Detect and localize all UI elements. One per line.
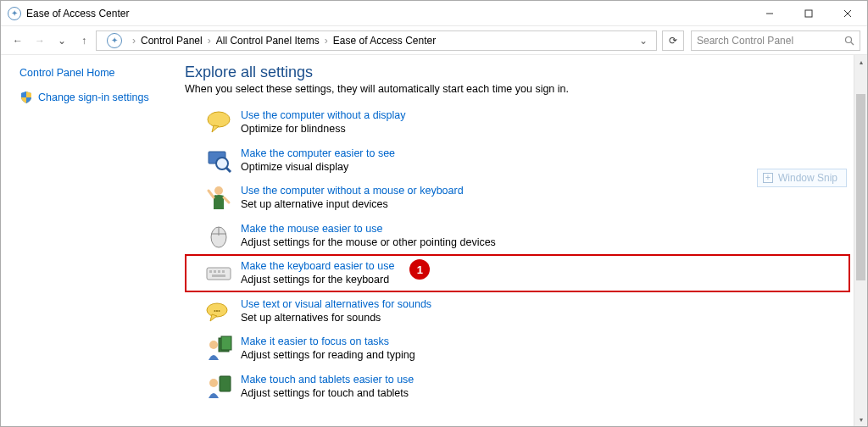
option-focus-tasks[interactable]: Make it easier to focus on tasks Adjust … [185, 330, 850, 368]
svg-point-8 [216, 158, 228, 169]
back-button[interactable]: ← [8, 30, 28, 51]
option-desc: Adjust settings for touch and tablets [241, 386, 414, 400]
option-no-mouse-keyboard[interactable]: Use the computer without a mouse or keyb… [185, 179, 850, 217]
option-link: Make it easier to focus on tasks [241, 335, 415, 348]
search-placeholder: Search Control Panel [697, 35, 793, 47]
svg-line-11 [209, 191, 214, 197]
scroll-up-icon[interactable]: ▴ [854, 55, 867, 69]
annotation-badge: 1 [409, 259, 430, 280]
svg-rect-19 [218, 270, 220, 273]
ease-of-access-icon: ✦ [107, 33, 122, 48]
svg-rect-16 [207, 268, 231, 280]
person-docs-icon [205, 335, 232, 362]
option-no-display[interactable]: Use the computer without a display Optim… [185, 103, 850, 141]
svg-rect-20 [222, 270, 225, 273]
svg-line-9 [226, 168, 231, 172]
titlebar: ✦ Ease of Access Center [1, 1, 867, 26]
option-desc: Set up alternative input devices [241, 197, 464, 211]
search-input[interactable]: Search Control Panel [691, 30, 860, 51]
breadcrumb[interactable]: ✦ › Control Panel › All Control Panel It… [96, 30, 657, 51]
crumb-all-items[interactable]: All Control Panel Items [216, 35, 320, 47]
app-ease-icon: ✦ [8, 7, 21, 20]
scroll-track[interactable] [854, 69, 867, 413]
content-area: Explore all settings When you select the… [175, 55, 867, 426]
crumb-ease-of-access[interactable]: Ease of Access Center [333, 35, 436, 47]
scroll-thumb[interactable] [856, 94, 865, 280]
svg-point-4 [846, 36, 852, 42]
body: Control Panel Home Change sign-in settin… [1, 55, 867, 426]
page-heading: Explore all settings [185, 64, 850, 81]
maximize-button[interactable] [789, 1, 828, 26]
svg-rect-27 [220, 376, 231, 391]
chevron-right-icon: › [208, 35, 211, 47]
scroll-down-icon[interactable]: ▾ [854, 413, 867, 426]
svg-rect-18 [214, 270, 216, 273]
plus-icon: + [763, 173, 773, 183]
chevron-right-icon: › [132, 35, 136, 47]
keyboard-icon [205, 259, 232, 286]
option-desc: Optimize visual display [241, 160, 395, 174]
option-link: Use the computer without a display [241, 108, 406, 122]
mouse-icon [205, 222, 232, 249]
magnifier-screen-icon [205, 147, 232, 174]
option-touch-tablets[interactable]: Make touch and tablets easier to use Adj… [185, 368, 850, 406]
svg-rect-17 [209, 270, 212, 273]
speech-bubble-icon [205, 108, 232, 136]
option-easier-to-see[interactable]: Make the computer easier to see Optimize… [185, 141, 850, 180]
svg-point-28 [209, 379, 218, 387]
up-button[interactable]: ↑ [74, 30, 94, 51]
option-link: Use the computer without a mouse or keyb… [241, 184, 464, 197]
option-desc: Adjust settings for the mouse or other p… [241, 236, 496, 249]
person-raise-icon [205, 184, 232, 211]
option-link: Make the keyboard easier to use [241, 259, 394, 273]
sidebar: Control Panel Home Change sign-in settin… [1, 55, 175, 426]
option-mouse-easier[interactable]: Make the mouse easier to use Adjust sett… [185, 217, 850, 255]
shield-icon [19, 91, 33, 104]
option-desc: Set up alternatives for sounds [241, 311, 431, 324]
recent-locations-button[interactable]: ⌄ [52, 30, 72, 51]
window-title: Ease of Access Center [26, 8, 129, 19]
change-signin-settings-link[interactable]: Change sign-in settings [19, 91, 168, 104]
signin-label: Change sign-in settings [38, 92, 149, 103]
person-tablet-icon [205, 373, 232, 400]
option-link: Make the mouse easier to use [241, 222, 496, 236]
svg-point-10 [214, 186, 223, 195]
svg-rect-21 [212, 274, 225, 277]
address-bar: ← → ⌄ ↑ ✦ › Control Panel › All Control … [1, 26, 867, 55]
control-panel-home-link[interactable]: Control Panel Home [19, 67, 168, 79]
chevron-right-icon: › [325, 35, 328, 47]
window: ✦ Ease of Access Center ← → ⌄ ↑ ✦ › Cont… [0, 0, 868, 427]
speech-sound-icon: ••• [205, 297, 232, 324]
svg-rect-1 [805, 10, 812, 17]
svg-point-6 [208, 112, 230, 127]
refresh-button[interactable]: ⟳ [662, 30, 684, 51]
svg-text:•••: ••• [214, 308, 220, 313]
vertical-scrollbar[interactable]: ▴ ▾ [854, 55, 867, 426]
svg-line-5 [851, 42, 854, 45]
option-link: Make touch and tablets easier to use [241, 373, 414, 386]
forward-button[interactable]: → [30, 30, 50, 51]
option-desc: Adjust settings for the keyboard [241, 273, 394, 286]
option-desc: Optimize for blindness [241, 122, 406, 136]
option-sounds-alt[interactable]: ••• Use text or visual alternatives for … [185, 292, 850, 330]
svg-rect-25 [221, 336, 231, 350]
snip-label: Window Snip [778, 172, 837, 184]
crumb-control-panel[interactable]: Control Panel [141, 35, 203, 47]
option-link: Use text or visual alternatives for soun… [241, 297, 431, 311]
svg-line-12 [224, 197, 229, 202]
close-button[interactable] [828, 1, 867, 26]
address-dropdown-icon[interactable]: ⌄ [636, 35, 651, 47]
window-snip-overlay[interactable]: + Window Snip [757, 169, 847, 187]
option-desc: Adjust settings for reading and typing [241, 348, 415, 362]
minimize-button[interactable] [750, 1, 789, 26]
option-keyboard-easier[interactable]: Make the keyboard easier to use Adjust s… [185, 254, 850, 292]
option-link: Make the computer easier to see [241, 147, 395, 160]
svg-point-26 [209, 341, 218, 349]
page-subtitle: When you select these settings, they wil… [185, 83, 850, 95]
search-icon [844, 36, 854, 46]
